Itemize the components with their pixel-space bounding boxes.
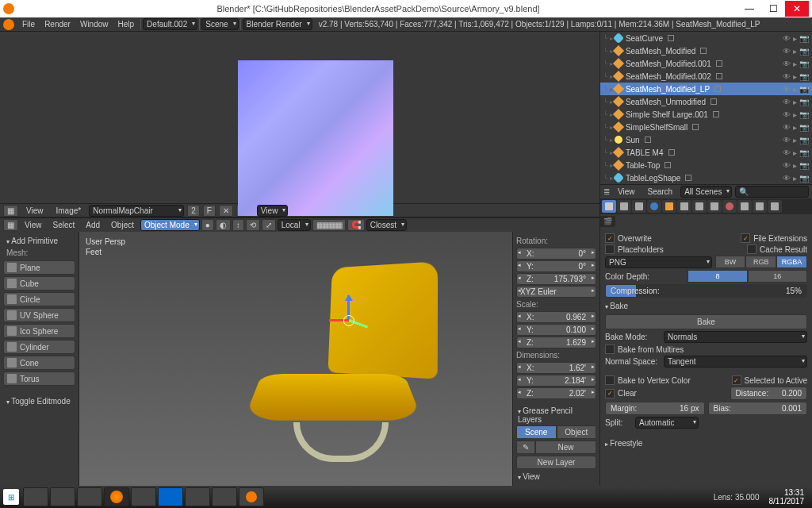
v3d-btn-4[interactable]: ⟲ bbox=[246, 219, 260, 231]
v3d-btn-5[interactable]: ⤢ bbox=[262, 219, 276, 231]
clock[interactable]: 13:31 8/11/2017 bbox=[764, 488, 810, 506]
task-firefox[interactable] bbox=[104, 487, 129, 506]
scale-x[interactable]: X:0.962 bbox=[516, 311, 596, 323]
margin-field[interactable]: Margin:16 px bbox=[605, 402, 705, 415]
close-button[interactable]: ✕ bbox=[785, 1, 809, 17]
mode-dropdown[interactable]: Object Mode bbox=[140, 219, 200, 231]
add-cylinder[interactable]: Cylinder bbox=[3, 340, 75, 354]
bake-panel-header[interactable]: Bake bbox=[605, 299, 807, 313]
viewport-3d[interactable]: User Persp Feet bbox=[79, 232, 512, 486]
outliner[interactable]: └ ▸SeatCurve👁▸📷└ ▸SeatMesh_Modified👁▸📷└ … bbox=[600, 32, 812, 184]
color-rgb[interactable]: RGB bbox=[745, 256, 776, 268]
v3d-btn-3[interactable]: ↕ bbox=[232, 219, 244, 231]
add-plane[interactable]: Plane bbox=[3, 260, 75, 275]
tab-object[interactable] bbox=[662, 200, 676, 213]
color-rgba[interactable]: RGBA bbox=[776, 256, 807, 268]
v3d-menu-select[interactable]: Select bbox=[48, 221, 80, 229]
image-name-field[interactable]: NormalMapChair bbox=[89, 205, 184, 217]
gp-newlayer-btn[interactable]: New Layer bbox=[516, 456, 596, 469]
multires-check[interactable] bbox=[605, 344, 615, 354]
outliner-item[interactable]: └ ▸SeatMesh_Modified.002👁▸📷 bbox=[600, 70, 812, 83]
outliner-item[interactable]: └ ▸SeatMesh_Modified👁▸📷 bbox=[600, 44, 812, 57]
distance-field[interactable]: Distance:0.200 bbox=[730, 387, 808, 400]
rot-x[interactable]: X:0° bbox=[516, 248, 596, 260]
image-editor-icon[interactable]: ▦ bbox=[3, 205, 18, 217]
img-menu-image[interactable]: Image* bbox=[52, 206, 86, 215]
dim-z[interactable]: Z:2.02' bbox=[516, 387, 596, 399]
outliner-item[interactable]: └ ▸TABLE M4👁▸📷 bbox=[600, 146, 812, 159]
format-dropdown[interactable]: PNG bbox=[605, 256, 712, 268]
view3d-editor-icon[interactable]: ▦ bbox=[3, 219, 18, 231]
outliner-view[interactable]: View bbox=[613, 187, 640, 196]
task-app4[interactable] bbox=[158, 487, 183, 506]
start-button[interactable]: ⊞ bbox=[3, 489, 19, 505]
bias-field[interactable]: Bias:0.001 bbox=[708, 402, 808, 415]
dim-y[interactable]: Y:2.184' bbox=[516, 375, 596, 387]
tab-world[interactable] bbox=[647, 200, 661, 213]
image-fake-user[interactable]: F bbox=[203, 205, 216, 217]
add-cube[interactable]: Cube bbox=[3, 276, 75, 291]
image-users[interactable]: 2 bbox=[187, 205, 200, 217]
maximize-button[interactable]: ☐ bbox=[761, 1, 785, 17]
gp-panel[interactable]: Grease Pencil Layers bbox=[516, 405, 596, 425]
snap-toggle[interactable]: 🧲 bbox=[347, 219, 365, 231]
engine-dropdown[interactable]: Blender Render bbox=[243, 18, 312, 30]
gp-pencil-icon[interactable]: ✎ bbox=[516, 441, 535, 454]
snap-dropdown[interactable]: Closest bbox=[366, 219, 407, 231]
outliner-item[interactable]: └ ▸Simple Shelf Large.001👁▸📷 bbox=[600, 108, 812, 121]
breadcrumb-scene[interactable]: 🎬 bbox=[600, 216, 615, 227]
image-unlink[interactable]: ✕ bbox=[219, 205, 233, 217]
outliner-item[interactable]: └ ▸SeatMesh_Modified_LP👁▸📷 bbox=[600, 83, 812, 95]
bakemode-dropdown[interactable]: Normals bbox=[664, 331, 807, 343]
outliner-item[interactable]: └ ▸SimpleShelfSmall👁▸📷 bbox=[600, 121, 812, 133]
overwrite-check[interactable] bbox=[605, 233, 615, 243]
outliner-icon[interactable]: ≣ bbox=[603, 187, 610, 196]
gp-scene-btn[interactable]: Scene bbox=[516, 425, 557, 439]
tab-constraints[interactable] bbox=[677, 200, 691, 213]
task-blender[interactable] bbox=[239, 487, 264, 506]
add-cone[interactable]: Cone bbox=[3, 356, 75, 370]
tab-modifiers[interactable] bbox=[692, 200, 707, 213]
outliner-item[interactable]: └ ▸Sun👁▸📷 bbox=[600, 133, 812, 146]
menu-help[interactable]: Help bbox=[113, 20, 140, 29]
layers-grid[interactable]: ▦▦▦▦ bbox=[312, 219, 346, 231]
bake-button[interactable]: Bake bbox=[605, 314, 807, 329]
v3d-menu-view[interactable]: View bbox=[20, 221, 47, 229]
outliner-search-field[interactable]: 🔍 bbox=[735, 186, 809, 198]
tab-particles[interactable] bbox=[753, 200, 767, 213]
fileext-check[interactable] bbox=[741, 233, 750, 243]
v3d-btn-2[interactable]: ◐ bbox=[216, 219, 231, 231]
add-circle[interactable]: Circle bbox=[3, 292, 75, 306]
outliner-item[interactable]: └ ▸SeatMesh_Unmodified👁▸📷 bbox=[600, 95, 812, 108]
menu-file[interactable]: File bbox=[17, 20, 40, 29]
gp-new-btn[interactable]: New bbox=[535, 441, 596, 454]
rot-mode[interactable]: XYZ Euler bbox=[516, 286, 596, 298]
add-icosphere[interactable]: Ico Sphere bbox=[3, 324, 75, 338]
outliner-item[interactable]: └ ▸Table-Top👁▸📷 bbox=[600, 159, 812, 171]
color-bw[interactable]: BW bbox=[715, 256, 746, 268]
gp-object-btn[interactable]: Object bbox=[557, 425, 597, 439]
add-primitive-panel[interactable]: Add Primitive bbox=[3, 235, 75, 247]
depth-16[interactable]: 16 bbox=[748, 270, 807, 283]
tab-render[interactable] bbox=[602, 200, 616, 213]
tab-scene[interactable] bbox=[632, 200, 646, 213]
view-panel[interactable]: View bbox=[516, 471, 596, 483]
tab-physics[interactable] bbox=[768, 200, 782, 213]
scale-z[interactable]: Z:1.629 bbox=[516, 337, 596, 348]
outliner-search[interactable]: Search bbox=[643, 187, 678, 196]
tab-texture[interactable] bbox=[737, 200, 752, 213]
toggle-editmode-panel[interactable]: Toggle Editmode bbox=[3, 395, 75, 407]
tab-layers[interactable] bbox=[617, 200, 631, 213]
dim-x[interactable]: X:1.62' bbox=[516, 362, 596, 374]
rot-y[interactable]: Y:0° bbox=[516, 260, 596, 272]
outliner-filter[interactable]: All Scenes bbox=[680, 186, 732, 198]
v3d-menu-object[interactable]: Object bbox=[106, 221, 139, 229]
outliner-item[interactable]: └ ▸SeatMesh_Modified.001👁▸📷 bbox=[600, 57, 812, 70]
compression-slider[interactable]: Compression:15% bbox=[605, 284, 807, 298]
img-view-dropdown[interactable]: View bbox=[257, 205, 289, 217]
task-app5[interactable] bbox=[185, 487, 210, 506]
add-uvsphere[interactable]: UV Sphere bbox=[3, 308, 75, 322]
placeholders-check[interactable] bbox=[605, 244, 615, 254]
layout-dropdown[interactable]: Default.002 bbox=[143, 18, 197, 30]
scale-y[interactable]: Y:0.100 bbox=[516, 324, 596, 336]
